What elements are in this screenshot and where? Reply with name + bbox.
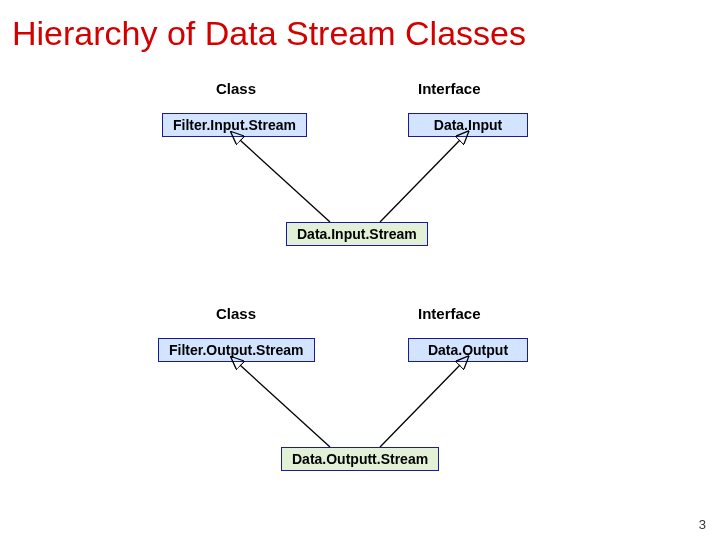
box-data-output-stream: Data.Outputt.Stream [281,447,439,471]
box-filter-output-stream: Filter.Output.Stream [158,338,315,362]
box-filter-input-stream: Filter.Input.Stream [162,113,307,137]
svg-line-3 [380,365,460,447]
box-data-input: Data.Input [408,113,528,137]
svg-line-2 [240,365,330,447]
interface-label-2: Interface [418,305,481,322]
svg-line-0 [240,140,330,222]
class-label-1: Class [216,80,256,97]
class-label-2: Class [216,305,256,322]
svg-line-1 [380,140,460,222]
interface-label-1: Interface [418,80,481,97]
box-data-input-stream: Data.Input.Stream [286,222,428,246]
page-number: 3 [699,517,706,532]
box-data-output: Data.Output [408,338,528,362]
page-title: Hierarchy of Data Stream Classes [0,0,720,63]
